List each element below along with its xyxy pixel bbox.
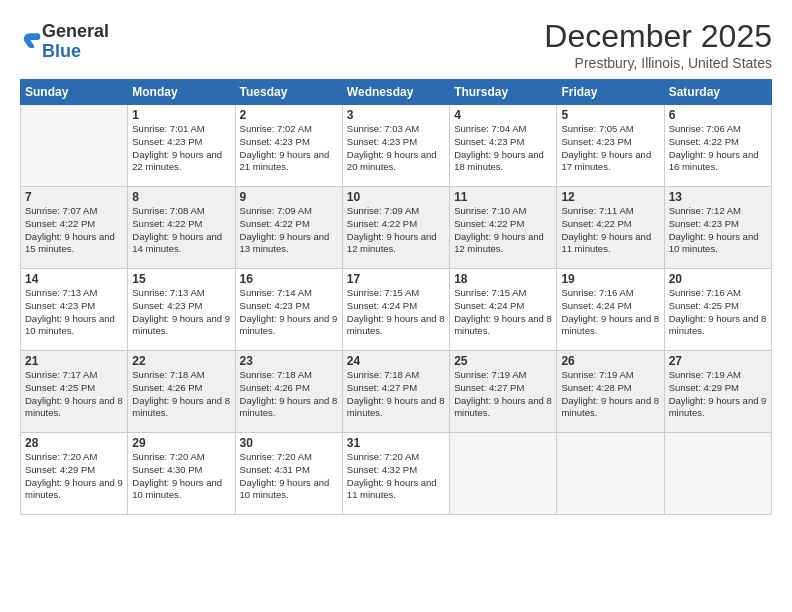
day-info: Sunrise: 7:10 AMSunset: 4:22 PMDaylight:… [454,205,552,256]
day-number: 29 [132,436,230,450]
day-info: Sunrise: 7:20 AMSunset: 4:30 PMDaylight:… [132,451,230,502]
day-number: 12 [561,190,659,204]
day-number: 24 [347,354,445,368]
day-number: 2 [240,108,338,122]
calendar-cell: 17Sunrise: 7:15 AMSunset: 4:24 PMDayligh… [342,269,449,351]
day-info: Sunrise: 7:20 AMSunset: 4:31 PMDaylight:… [240,451,338,502]
calendar-cell: 6Sunrise: 7:06 AMSunset: 4:22 PMDaylight… [664,105,771,187]
day-number: 11 [454,190,552,204]
day-number: 20 [669,272,767,286]
day-number: 9 [240,190,338,204]
calendar-header-thursday: Thursday [450,80,557,105]
day-number: 23 [240,354,338,368]
calendar-cell [450,433,557,515]
day-info: Sunrise: 7:01 AMSunset: 4:23 PMDaylight:… [132,123,230,174]
page: General Blue December 2025 Prestbury, Il… [0,0,792,612]
calendar-cell: 21Sunrise: 7:17 AMSunset: 4:25 PMDayligh… [21,351,128,433]
calendar-cell: 13Sunrise: 7:12 AMSunset: 4:23 PMDayligh… [664,187,771,269]
day-info: Sunrise: 7:16 AMSunset: 4:25 PMDaylight:… [669,287,767,338]
calendar-cell: 5Sunrise: 7:05 AMSunset: 4:23 PMDaylight… [557,105,664,187]
calendar-cell [664,433,771,515]
day-info: Sunrise: 7:19 AMSunset: 4:28 PMDaylight:… [561,369,659,420]
calendar-cell: 25Sunrise: 7:19 AMSunset: 4:27 PMDayligh… [450,351,557,433]
calendar-cell: 20Sunrise: 7:16 AMSunset: 4:25 PMDayligh… [664,269,771,351]
day-number: 4 [454,108,552,122]
day-number: 5 [561,108,659,122]
calendar-cell: 28Sunrise: 7:20 AMSunset: 4:29 PMDayligh… [21,433,128,515]
day-info: Sunrise: 7:04 AMSunset: 4:23 PMDaylight:… [454,123,552,174]
logo: General Blue [20,22,109,62]
calendar-cell: 15Sunrise: 7:13 AMSunset: 4:23 PMDayligh… [128,269,235,351]
calendar-cell: 29Sunrise: 7:20 AMSunset: 4:30 PMDayligh… [128,433,235,515]
calendar-week-row: 7Sunrise: 7:07 AMSunset: 4:22 PMDaylight… [21,187,772,269]
day-number: 22 [132,354,230,368]
day-info: Sunrise: 7:13 AMSunset: 4:23 PMDaylight:… [132,287,230,338]
calendar-week-row: 28Sunrise: 7:20 AMSunset: 4:29 PMDayligh… [21,433,772,515]
day-number: 18 [454,272,552,286]
calendar-header-monday: Monday [128,80,235,105]
calendar-cell: 2Sunrise: 7:02 AMSunset: 4:23 PMDaylight… [235,105,342,187]
day-number: 16 [240,272,338,286]
calendar-cell: 26Sunrise: 7:19 AMSunset: 4:28 PMDayligh… [557,351,664,433]
day-number: 25 [454,354,552,368]
day-info: Sunrise: 7:20 AMSunset: 4:32 PMDaylight:… [347,451,445,502]
day-number: 28 [25,436,123,450]
calendar-header-tuesday: Tuesday [235,80,342,105]
header: General Blue December 2025 Prestbury, Il… [20,18,772,71]
day-number: 19 [561,272,659,286]
calendar-cell: 19Sunrise: 7:16 AMSunset: 4:24 PMDayligh… [557,269,664,351]
day-number: 3 [347,108,445,122]
calendar-header-wednesday: Wednesday [342,80,449,105]
day-number: 8 [132,190,230,204]
logo-general-text: General [42,21,109,41]
location: Prestbury, Illinois, United States [544,55,772,71]
calendar-cell: 14Sunrise: 7:13 AMSunset: 4:23 PMDayligh… [21,269,128,351]
day-number: 27 [669,354,767,368]
calendar-header-saturday: Saturday [664,80,771,105]
day-info: Sunrise: 7:14 AMSunset: 4:23 PMDaylight:… [240,287,338,338]
calendar-cell: 9Sunrise: 7:09 AMSunset: 4:22 PMDaylight… [235,187,342,269]
calendar-header-friday: Friday [557,80,664,105]
logo-blue-text: Blue [42,41,81,61]
title-block: December 2025 Prestbury, Illinois, Unite… [544,18,772,71]
day-number: 30 [240,436,338,450]
calendar-cell [21,105,128,187]
day-info: Sunrise: 7:09 AMSunset: 4:22 PMDaylight:… [347,205,445,256]
calendar-header-sunday: Sunday [21,80,128,105]
day-info: Sunrise: 7:11 AMSunset: 4:22 PMDaylight:… [561,205,659,256]
day-number: 7 [25,190,123,204]
day-info: Sunrise: 7:17 AMSunset: 4:25 PMDaylight:… [25,369,123,420]
day-info: Sunrise: 7:15 AMSunset: 4:24 PMDaylight:… [347,287,445,338]
calendar-cell: 22Sunrise: 7:18 AMSunset: 4:26 PMDayligh… [128,351,235,433]
calendar-cell: 7Sunrise: 7:07 AMSunset: 4:22 PMDaylight… [21,187,128,269]
day-number: 17 [347,272,445,286]
day-info: Sunrise: 7:09 AMSunset: 4:22 PMDaylight:… [240,205,338,256]
day-number: 21 [25,354,123,368]
day-number: 15 [132,272,230,286]
calendar: SundayMondayTuesdayWednesdayThursdayFrid… [20,79,772,515]
calendar-cell: 16Sunrise: 7:14 AMSunset: 4:23 PMDayligh… [235,269,342,351]
day-number: 26 [561,354,659,368]
calendar-cell: 10Sunrise: 7:09 AMSunset: 4:22 PMDayligh… [342,187,449,269]
day-info: Sunrise: 7:18 AMSunset: 4:27 PMDaylight:… [347,369,445,420]
day-info: Sunrise: 7:18 AMSunset: 4:26 PMDaylight:… [132,369,230,420]
day-info: Sunrise: 7:20 AMSunset: 4:29 PMDaylight:… [25,451,123,502]
calendar-week-row: 1Sunrise: 7:01 AMSunset: 4:23 PMDaylight… [21,105,772,187]
calendar-cell: 18Sunrise: 7:15 AMSunset: 4:24 PMDayligh… [450,269,557,351]
day-info: Sunrise: 7:07 AMSunset: 4:22 PMDaylight:… [25,205,123,256]
calendar-cell [557,433,664,515]
day-info: Sunrise: 7:16 AMSunset: 4:24 PMDaylight:… [561,287,659,338]
day-info: Sunrise: 7:03 AMSunset: 4:23 PMDaylight:… [347,123,445,174]
day-number: 31 [347,436,445,450]
day-info: Sunrise: 7:05 AMSunset: 4:23 PMDaylight:… [561,123,659,174]
day-info: Sunrise: 7:19 AMSunset: 4:29 PMDaylight:… [669,369,767,420]
calendar-header-row: SundayMondayTuesdayWednesdayThursdayFrid… [21,80,772,105]
day-number: 14 [25,272,123,286]
day-number: 13 [669,190,767,204]
day-info: Sunrise: 7:15 AMSunset: 4:24 PMDaylight:… [454,287,552,338]
calendar-cell: 31Sunrise: 7:20 AMSunset: 4:32 PMDayligh… [342,433,449,515]
calendar-cell: 27Sunrise: 7:19 AMSunset: 4:29 PMDayligh… [664,351,771,433]
day-info: Sunrise: 7:12 AMSunset: 4:23 PMDaylight:… [669,205,767,256]
month-title: December 2025 [544,18,772,55]
day-number: 6 [669,108,767,122]
